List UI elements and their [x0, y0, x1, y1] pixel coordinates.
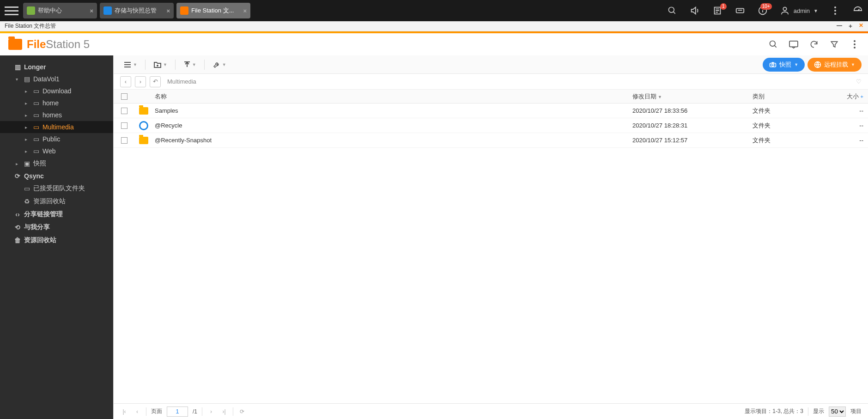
refresh-icon[interactable]: [809, 39, 819, 49]
tree-label: 已接受团队文件夹: [33, 184, 85, 193]
team-folder-icon: ▭: [23, 185, 30, 192]
task-tab[interactable]: 帮助中心 ×: [23, 3, 97, 18]
page-last-button[interactable]: ›|: [220, 408, 228, 415]
row-checkbox[interactable]: [121, 108, 127, 114]
row-checkbox[interactable]: [121, 137, 127, 144]
more-icon[interactable]: [850, 39, 860, 49]
select-all-checkbox[interactable]: [121, 93, 127, 100]
tree-volume[interactable]: ▾ ▤ DataVol1: [0, 73, 113, 85]
page-prev-button[interactable]: ‹: [133, 408, 141, 415]
items-label: 项目: [850, 407, 862, 415]
row-date: 2020/10/27 18:33:56: [632, 107, 753, 114]
nav-forward-button[interactable]: ›: [135, 76, 146, 87]
tab-app-icon: [180, 6, 188, 15]
tree-folder-download[interactable]: ▸ ▭ Download: [0, 85, 113, 97]
tree-share-links[interactable]: ‹› 分享链接管理: [0, 208, 113, 221]
nav-up-button[interactable]: ↶: [150, 76, 161, 87]
minimize-button[interactable]: —: [837, 22, 842, 30]
search-icon[interactable]: [667, 5, 678, 16]
svg-point-14: [854, 40, 856, 42]
svg-point-7: [834, 6, 836, 8]
page-refresh-button[interactable]: ⟳: [238, 408, 246, 415]
cast-icon[interactable]: [789, 39, 799, 49]
tree-qsync-item[interactable]: ♻ 资源回收站: [0, 195, 113, 208]
tree-folder-homes[interactable]: ▸ ▭ homes: [0, 109, 113, 121]
dashboard-icon[interactable]: [852, 5, 863, 16]
filter-icon[interactable]: [829, 39, 839, 49]
table-row[interactable]: @Recently-Snapshot 2020/10/27 15:12:57 文…: [114, 133, 868, 148]
breadcrumb[interactable]: Multimedia: [167, 78, 196, 85]
tree-folder-public[interactable]: ▸ ▭ Public: [0, 133, 113, 145]
info-icon[interactable]: 10+: [757, 5, 768, 16]
upload-button[interactable]: ▼: [180, 58, 200, 72]
tools-button[interactable]: ▼: [209, 58, 230, 72]
svg-point-9: [834, 13, 836, 15]
nav-row: ‹ › ↶ Multimedia ♡: [114, 74, 868, 90]
view-mode-button[interactable]: ▼: [120, 58, 140, 72]
table-row[interactable]: @Recycle 2020/10/27 18:28:31 文件夹 --: [114, 118, 868, 133]
row-checkbox[interactable]: [121, 122, 127, 129]
svg-point-6: [783, 7, 786, 11]
expand-arrow-icon: ▸: [25, 125, 30, 130]
folder-icon: ▭: [32, 147, 40, 155]
tree-root[interactable]: ▥ Longer: [0, 61, 113, 73]
folder-icon: ▭: [32, 123, 40, 131]
snapshot-icon: ▣: [23, 160, 30, 167]
sync-icon: ⟳: [14, 172, 21, 180]
expand-arrow-icon: ▸: [25, 101, 30, 106]
sidebar: ▥ Longer▾ ▤ DataVol1▸ ▭ Download▸ ▭ home…: [0, 55, 113, 419]
task-tab[interactable]: 存储与快照总管 ×: [100, 3, 174, 18]
table-row[interactable]: Samples 2020/10/27 18:33:56 文件夹 --: [114, 103, 868, 118]
favorite-icon[interactable]: ♡: [856, 78, 862, 85]
tree-folder-multimedia[interactable]: ▸ ▭ Multimedia: [0, 121, 113, 133]
folder-icon: ▭: [32, 111, 40, 119]
folder-icon: ▭: [32, 99, 40, 107]
folder-icon: [139, 107, 148, 115]
maximize-button[interactable]: ＋: [848, 22, 853, 30]
user-menu[interactable]: admin ▼: [780, 6, 818, 16]
page-first-button[interactable]: |‹: [120, 408, 128, 415]
search-icon[interactable]: [768, 39, 778, 49]
close-button[interactable]: ✕: [859, 22, 863, 30]
tree-recycle[interactable]: 🗑 资源回收站: [0, 234, 113, 247]
nav-back-button[interactable]: ‹: [120, 76, 131, 87]
expand-arrow-icon: ▸: [25, 137, 30, 142]
tree-snapshot[interactable]: ▸ ▣ 快照: [0, 157, 113, 170]
page-size-select[interactable]: 50: [829, 407, 846, 417]
column-date[interactable]: 修改日期▼: [632, 92, 753, 101]
remote-mount-button[interactable]: 远程挂载▼: [807, 58, 862, 72]
tree-qsync[interactable]: ⟳ Qsync: [0, 170, 113, 182]
folder-icon: [8, 39, 22, 50]
svg-point-16: [854, 47, 856, 49]
tree-folder-home[interactable]: ▸ ▭ home: [0, 97, 113, 109]
tree-shared-with-me[interactable]: ⟲ 与我分享: [0, 221, 113, 234]
table-header: 名称 修改日期▼ 类别 大小 +: [114, 90, 868, 103]
devices-icon[interactable]: [734, 5, 746, 16]
page-next-button[interactable]: ›: [207, 408, 215, 415]
column-name[interactable]: 名称: [153, 92, 632, 101]
tab-label: 存储与快照总管: [115, 6, 164, 15]
expand-arrow-icon: ▸: [25, 149, 30, 154]
svg-point-15: [854, 43, 856, 45]
column-size[interactable]: 大小 +: [836, 92, 868, 101]
tab-app-icon: [27, 6, 35, 15]
column-type[interactable]: 类别: [753, 92, 836, 101]
page-total-label: /1: [193, 408, 197, 415]
tree-folder-web[interactable]: ▸ ▭ Web: [0, 145, 113, 157]
tab-close-icon[interactable]: ×: [166, 7, 170, 14]
tasks-icon[interactable]: 1: [712, 5, 723, 16]
tab-close-icon[interactable]: ×: [90, 7, 93, 14]
row-date: 2020/10/27 15:12:57: [632, 137, 753, 144]
tab-label: 帮助中心: [38, 6, 87, 15]
create-button[interactable]: ▼: [150, 58, 170, 72]
tree-label: 分享链接管理: [24, 210, 63, 219]
expand-arrow-icon: ▸: [25, 89, 30, 94]
page-input[interactable]: [167, 407, 188, 417]
menu-icon[interactable]: [5, 4, 18, 18]
volume-icon[interactable]: [689, 5, 700, 16]
more-icon[interactable]: [830, 5, 841, 16]
tab-close-icon[interactable]: ×: [243, 7, 247, 14]
snapshot-button[interactable]: 快照▼: [763, 58, 805, 72]
task-tab[interactable]: File Station 文... ×: [176, 3, 250, 18]
tree-qsync-item[interactable]: ▭ 已接受团队文件夹: [0, 182, 113, 195]
